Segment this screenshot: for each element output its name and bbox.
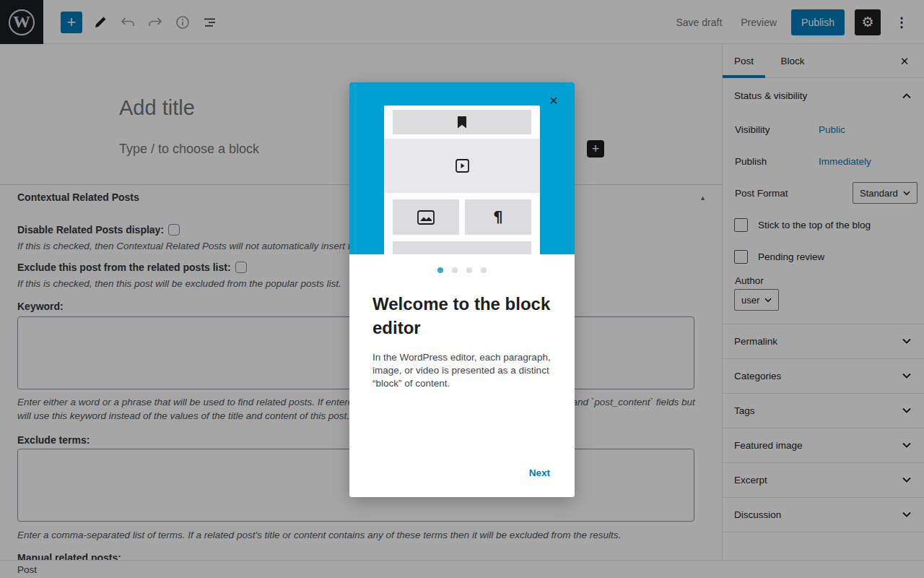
video-play-icon	[456, 159, 469, 173]
mock-editor-canvas: ¶	[384, 105, 540, 254]
mock-block-video	[384, 139, 540, 193]
welcome-guide-illustration: ¶ ✕	[349, 82, 575, 254]
mock-block-image	[393, 199, 459, 235]
page-dot-1[interactable]	[437, 267, 443, 273]
page-dot-3[interactable]	[466, 267, 472, 273]
page-dot-2[interactable]	[452, 267, 458, 273]
welcome-guide-modal: ¶ ✕ Welcome to the block editor In the W…	[349, 82, 575, 497]
mock-block-heading	[393, 110, 531, 134]
welcome-guide-title: Welcome to the block editor	[372, 292, 557, 340]
close-icon: ✕	[549, 95, 558, 107]
page-control	[349, 267, 575, 273]
welcome-guide-description: In the WordPress editor, each paragraph,…	[372, 351, 554, 390]
page-dot-4[interactable]	[481, 267, 487, 273]
image-icon	[417, 210, 435, 225]
wordpress-block-editor: W + Save draft Preview Publish ⚙	[0, 0, 924, 578]
next-button[interactable]: Next	[529, 467, 550, 478]
pilcrow-icon: ¶	[493, 209, 502, 226]
mock-block-paragraph: ¶	[465, 199, 531, 235]
bookmark-icon	[457, 116, 467, 129]
close-modal-button[interactable]: ✕	[546, 92, 562, 108]
mock-block-partial	[393, 241, 531, 254]
